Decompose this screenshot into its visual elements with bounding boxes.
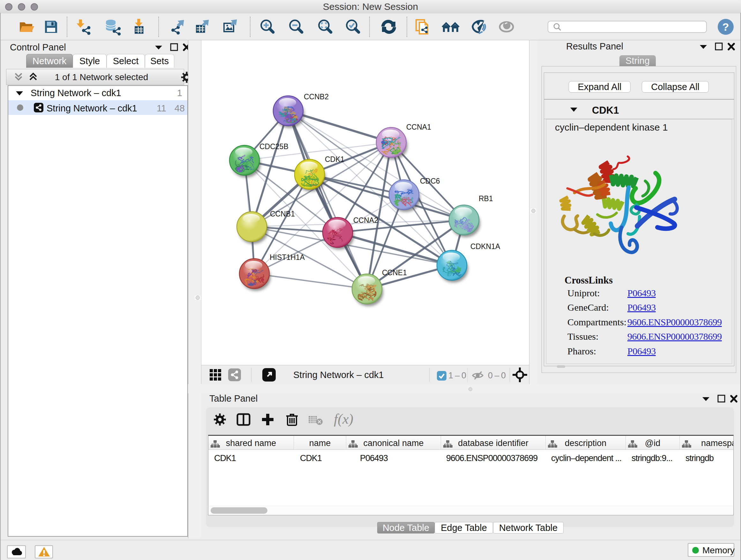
svg-text:CDKN1A: CDKN1A [470,242,500,251]
svg-text:CCNB2: CCNB2 [304,92,329,101]
svg-text:CCNE1: CCNE1 [382,268,407,277]
svg-text:HIST1H1A: HIST1H1A [270,253,305,261]
svg-text:CCNA1: CCNA1 [406,123,431,131]
svg-text:CCNB1: CCNB1 [270,210,295,218]
svg-text:CDK1: CDK1 [325,155,344,164]
svg-text:CDC25B: CDC25B [259,142,288,151]
svg-text:CCNA2: CCNA2 [353,216,378,225]
svg-text:RB1: RB1 [479,194,493,203]
svg-text:CDC6: CDC6 [420,177,440,185]
